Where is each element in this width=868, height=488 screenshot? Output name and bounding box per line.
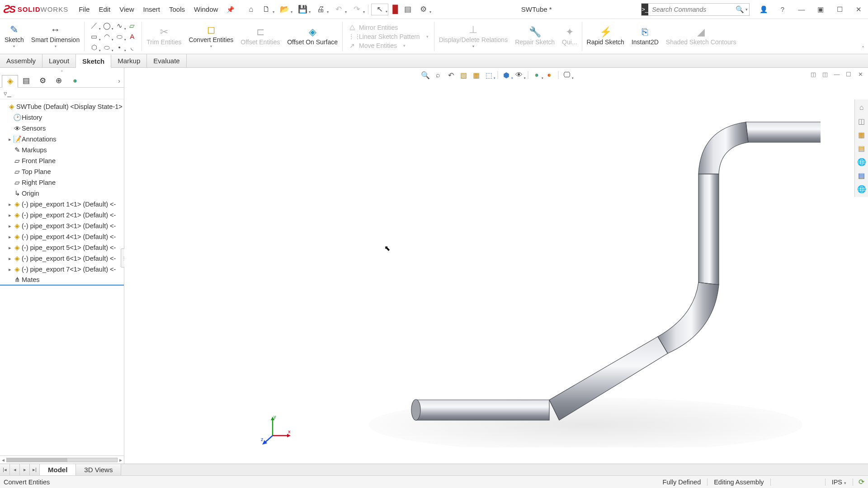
linear-pattern-button[interactable]: ⋮⋮Linear Sketch Pattern▾ [348, 33, 429, 40]
viewport-maximize-icon[interactable]: ☐ [844, 70, 854, 79]
text-tool-icon[interactable]: A [126, 32, 138, 42]
view-palette-icon[interactable]: 🌐 [856, 156, 867, 167]
tab-evaluate[interactable]: Evaluate [147, 54, 186, 67]
mirror-entities-button[interactable]: ⧋Mirror Entities [348, 23, 429, 31]
file-explorer-icon[interactable]: ▤ [856, 143, 867, 154]
expand-icon[interactable]: ▸ [7, 256, 13, 262]
viewport-popup2-icon[interactable]: ◫ [820, 70, 830, 79]
viewport-close-icon[interactable]: ✕ [855, 70, 865, 79]
tree-mates[interactable]: ⋔Mates [0, 275, 124, 286]
bottom-tab-model[interactable]: Model [40, 464, 76, 475]
close-icon[interactable]: ✕ [852, 3, 865, 16]
expand-icon[interactable]: ▸ [7, 267, 13, 272]
bottom-tab-3dviews[interactable]: 3D Views [76, 464, 121, 475]
settings-gear-icon[interactable]: ⚙▾ [415, 4, 432, 15]
tree-component[interactable]: ▸◈(-) pipe_export 4<1> (Default) <- [0, 231, 124, 242]
viewport-minimize-icon[interactable]: — [832, 70, 842, 79]
orientation-triad[interactable]: y x z [260, 414, 292, 446]
search-icon[interactable]: 🔍 [736, 5, 744, 14]
help-icon[interactable]: ? [776, 3, 789, 16]
design-library-icon[interactable]: ▦ [856, 129, 867, 140]
rectangle-tool-icon[interactable]: ▭▾ [88, 32, 100, 42]
redo-icon[interactable]: ↷▾ [348, 4, 365, 15]
tree-markups[interactable]: ✎Markups [0, 145, 124, 155]
tab-sketch[interactable]: Sketch [76, 55, 111, 68]
resources-pane-icon[interactable]: ◫ [856, 116, 867, 127]
dimxpert-tab-icon[interactable]: ⊕ [51, 75, 67, 87]
expand-icon[interactable]: ▸ [7, 245, 13, 251]
minimize-icon[interactable]: — [795, 3, 808, 16]
quick-snaps-button[interactable]: ✦ Qui... [558, 19, 580, 54]
tree-origin[interactable]: ↳Origin [0, 188, 124, 199]
convert-entities-button[interactable]: ◻ Convert Entities ▾ [185, 19, 237, 54]
appearances-pane-icon[interactable]: ▤ [856, 170, 867, 181]
display-tab-icon[interactable]: ● [67, 75, 83, 87]
tab-markup[interactable]: Markup [111, 54, 147, 67]
new-doc-icon[interactable]: 🗋▾ [258, 4, 275, 15]
tree-root[interactable]: ◈SWTube (Default) <Display State-1> [0, 101, 124, 112]
sketch-button[interactable]: ✎ Sketch ▾ [1, 19, 28, 54]
tab-nav-next-icon[interactable]: ▸ [20, 464, 30, 475]
tab-nav-prev-icon[interactable]: ◂ [10, 464, 20, 475]
panel-grip[interactable]: ∘ [0, 68, 124, 74]
display-delete-relations-button[interactable]: ⊥ Display/Delete Relations ▾ [435, 19, 512, 54]
save-icon[interactable]: 💾▾ [294, 4, 311, 15]
fillet-tool-icon[interactable]: ◟ [126, 42, 138, 52]
expand-icon[interactable]: ▸ [7, 202, 13, 207]
search-dropdown-icon[interactable]: ▾ [744, 7, 749, 12]
status-units[interactable]: IPS▾ [826, 479, 853, 486]
undo-icon[interactable]: ↶▾ [330, 4, 347, 15]
search-commands-box[interactable]: >_ 🔍 ▾ [641, 3, 750, 16]
tree-component[interactable]: ▸◈(-) pipe_export 2<1> (Default) <- [0, 210, 124, 221]
instant2d-button[interactable]: ⎘ Instant2D [628, 19, 662, 54]
tree-component[interactable]: ▸◈(-) pipe_export 6<1> (Default) <- [0, 253, 124, 264]
tree-right-plane[interactable]: ▱Right Plane [0, 177, 124, 188]
tree-top-plane[interactable]: ▱Top Plane [0, 166, 124, 177]
property-tab-icon[interactable]: ▤ [18, 75, 34, 87]
expand-icon[interactable]: ▸ [7, 136, 13, 142]
line-tool-icon[interactable]: ／▾ [88, 21, 100, 31]
search-input[interactable] [648, 6, 736, 13]
expand-icon[interactable]: ▸ [7, 234, 13, 240]
maximize-icon[interactable]: ☐ [833, 3, 846, 16]
home-icon[interactable]: ⌂ [245, 4, 257, 15]
print-icon[interactable]: 🖨▾ [312, 4, 329, 15]
polygon-tool-icon[interactable]: ⬡▾ [88, 42, 100, 52]
panel-expand-icon[interactable]: › [118, 77, 120, 84]
tree-annotations[interactable]: ▸📝Annotations [0, 134, 124, 145]
restore-icon[interactable]: ▣ [814, 3, 827, 16]
tree-component[interactable]: ▸◈(-) pipe_export 1<1> (Default) <- [0, 199, 124, 210]
panel-horizontal-scrollbar[interactable]: ◂▸ [0, 455, 124, 464]
feature-tree-tab-icon[interactable]: ◈ [2, 75, 18, 88]
user-account-icon[interactable]: 👤 [757, 3, 770, 16]
rapid-sketch-button[interactable]: ⚡ Rapid Sketch [583, 19, 628, 54]
menu-file[interactable]: File [75, 4, 94, 15]
tree-component[interactable]: ▸◈(-) pipe_export 3<1> (Default) <- [0, 221, 124, 231]
expand-icon[interactable]: ▸ [7, 212, 13, 218]
menu-tools[interactable]: Tools [165, 4, 189, 15]
config-tab-icon[interactable]: ⚙ [34, 75, 51, 87]
tree-filter[interactable]: ▿⎯ [0, 88, 124, 99]
circle-tool-icon[interactable]: ◯▾ [101, 21, 113, 31]
graphics-viewport[interactable]: 🔍 ⌕ ↶ ▧ ▦ ⬚▾ ⬢▾ 👁▾ ●▾ ● 🖵▾ ◫ ◫ — ☐ ✕ [124, 68, 868, 464]
offset-surface-button[interactable]: ◈ Offset On Surface [283, 19, 341, 54]
expand-icon[interactable]: ▸ [7, 223, 13, 229]
open-doc-icon[interactable]: 📂▾ [276, 4, 293, 15]
menu-edit[interactable]: Edit [94, 4, 114, 15]
spline-tool-icon[interactable]: ∿▾ [113, 21, 125, 31]
doc-options-icon[interactable]: ▤ [402, 4, 414, 15]
arc-tool-icon[interactable]: ◠▾ [101, 32, 113, 42]
select-cursor-icon[interactable]: ↖▾ [371, 4, 388, 15]
ellipse-tool-icon[interactable]: ⬭▾ [113, 32, 125, 42]
tree-component[interactable]: ▸◈(-) pipe_export 7<1> (Default) <- [0, 264, 124, 275]
status-rebuild-ok-icon[interactable]: ⟳ [859, 478, 864, 486]
offset-entities-button[interactable]: ⊏ Offset Entities [237, 19, 283, 54]
point-tool-icon[interactable]: •▾ [113, 42, 125, 52]
shaded-contours-button[interactable]: ◢ Shaded Sketch Contours [662, 19, 740, 54]
pin-icon[interactable]: 📌 [226, 6, 234, 13]
menu-insert[interactable]: Insert [139, 4, 164, 15]
tree-front-plane[interactable]: ▱Front Plane [0, 155, 124, 166]
move-entities-button[interactable]: ↗Move Entities▾ [348, 42, 429, 49]
repair-sketch-button[interactable]: 🔧 Repair Sketch [511, 19, 558, 54]
tab-layout[interactable]: Layout [42, 54, 76, 67]
